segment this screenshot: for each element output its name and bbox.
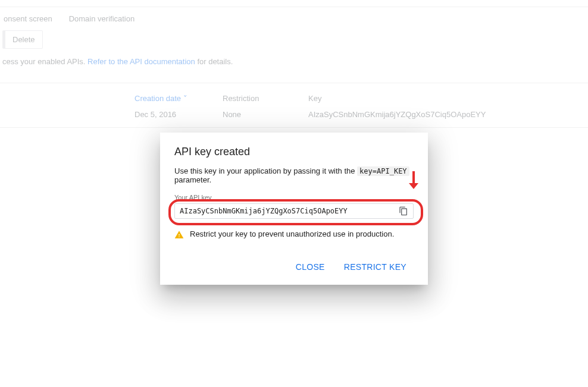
api-key-label: Your API key bbox=[174, 194, 414, 201]
warning-icon bbox=[174, 230, 184, 240]
dialog-actions: Close Restrict key bbox=[174, 256, 414, 278]
dialog-description: Use this key in your application by pass… bbox=[174, 166, 414, 184]
warning-message: Restrict your key to prevent unauthorize… bbox=[174, 229, 414, 240]
copy-icon bbox=[399, 206, 408, 216]
param-code: key=API_KEY bbox=[357, 166, 409, 176]
dialog-title: API key created bbox=[174, 146, 414, 158]
copy-button[interactable] bbox=[394, 204, 413, 218]
api-key-input[interactable] bbox=[175, 204, 394, 218]
api-key-field-wrapper: Your API key bbox=[174, 194, 414, 219]
modal-overlay: API key created Use this key in your app… bbox=[0, 0, 588, 387]
close-button[interactable]: Close bbox=[289, 256, 332, 278]
api-key-created-dialog: API key created Use this key in your app… bbox=[160, 133, 428, 285]
restrict-key-button[interactable]: Restrict key bbox=[337, 256, 414, 278]
